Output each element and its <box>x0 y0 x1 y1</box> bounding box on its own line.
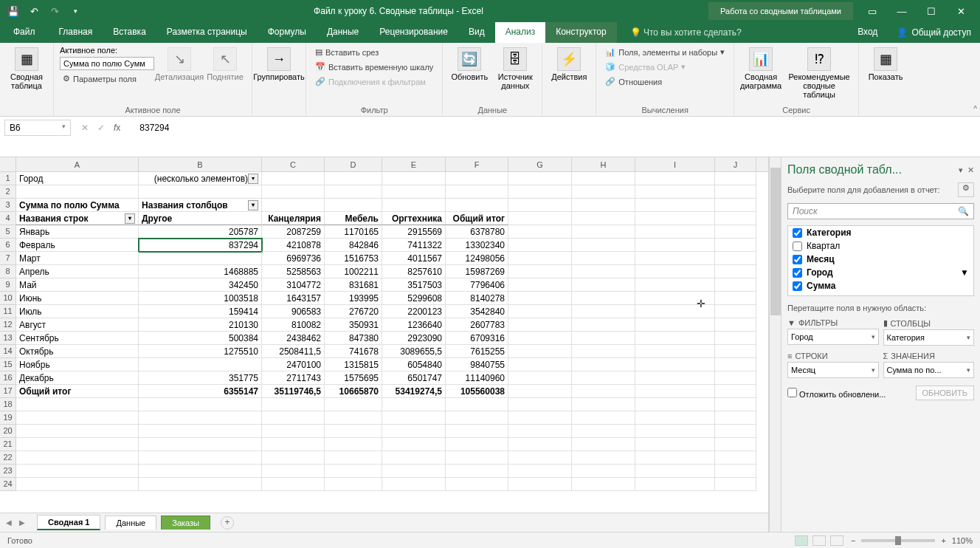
tab-home[interactable]: Главная <box>49 22 103 43</box>
tab-layout[interactable]: Разметка страницы <box>156 22 258 43</box>
cell[interactable] <box>572 371 635 385</box>
rowhead-18[interactable]: 18 <box>0 398 16 411</box>
field-sum-check[interactable] <box>793 281 802 291</box>
tab-file[interactable]: Файл <box>0 22 49 43</box>
cell[interactable] <box>446 438 508 451</box>
cell[interactable] <box>635 385 715 398</box>
cell[interactable] <box>446 411 508 425</box>
cell[interactable]: 1468885 <box>139 265 262 278</box>
cell[interactable] <box>635 252 715 265</box>
area-columns-box[interactable]: Категория▾ <box>883 329 975 346</box>
cell[interactable] <box>262 438 325 451</box>
maximize-icon[interactable]: ☐ <box>924 6 939 17</box>
drilldown-button[interactable]: ↘ Детализация <box>159 46 200 81</box>
cell[interactable]: 837294 <box>139 239 262 252</box>
cell[interactable] <box>508 451 572 465</box>
colhead-I[interactable]: I <box>635 157 715 171</box>
field-category[interactable]: Категория <box>788 226 973 239</box>
ribbon-options-icon[interactable]: ▭ <box>865 6 880 17</box>
cell[interactable] <box>635 465 715 478</box>
cell[interactable]: Канцелярия <box>262 212 325 225</box>
defer-checkbox[interactable] <box>787 388 797 397</box>
tab-analyze[interactable]: Анализ <box>495 22 546 43</box>
cell[interactable]: 9840755 <box>446 358 508 371</box>
cell[interactable] <box>382 465 446 478</box>
share-button[interactable]: 👤 Общий доступ <box>888 22 980 43</box>
cell[interactable] <box>635 212 715 225</box>
cell[interactable]: 2470100 <box>262 358 325 371</box>
sheet-next-icon[interactable]: ▶ <box>19 518 25 527</box>
field-month[interactable]: Месяц <box>788 253 973 266</box>
update-button[interactable]: ОБНОВИТЬ <box>916 386 974 400</box>
cell[interactable] <box>635 185 715 199</box>
zoom-slider[interactable] <box>861 539 935 542</box>
cell[interactable] <box>572 265 635 278</box>
namebox-dropdown-icon[interactable]: ▾ <box>62 123 66 133</box>
rowhead-14[interactable]: 14 <box>0 345 16 358</box>
tab-design[interactable]: Конструктор <box>545 22 616 43</box>
cell[interactable] <box>262 425 325 438</box>
cell[interactable] <box>139 478 262 491</box>
rowhead-6[interactable]: 6 <box>0 239 16 252</box>
cell[interactable] <box>635 199 715 212</box>
cell[interactable]: 276720 <box>325 305 382 318</box>
cell[interactable] <box>715 411 756 425</box>
cell[interactable] <box>16 425 139 438</box>
sheet-tab-2[interactable]: Данные <box>105 516 156 530</box>
cell[interactable] <box>508 292 572 305</box>
enter-icon[interactable]: ✓ <box>97 123 105 133</box>
cell[interactable] <box>635 345 715 358</box>
cell[interactable]: Общий итог <box>446 212 508 225</box>
field-search-input[interactable]: Поиск 🔍 <box>787 203 974 219</box>
cell[interactable]: 1003518 <box>139 292 262 305</box>
cell[interactable]: 2438462 <box>262 332 325 345</box>
cell[interactable] <box>572 411 635 425</box>
cell[interactable]: 500384 <box>139 332 262 345</box>
cell[interactable]: 10665870 <box>325 385 382 398</box>
tab-view[interactable]: Вид <box>458 22 495 43</box>
active-field-input[interactable] <box>60 57 154 70</box>
cell[interactable] <box>572 199 635 212</box>
cell[interactable] <box>715 292 756 305</box>
cell[interactable] <box>508 212 572 225</box>
cell[interactable]: 3089655,5 <box>382 345 446 358</box>
cell[interactable] <box>325 398 382 411</box>
cell[interactable] <box>572 345 635 358</box>
cell[interactable]: 7796406 <box>446 278 508 292</box>
cell[interactable] <box>446 199 508 212</box>
cell[interactable] <box>139 411 262 425</box>
cell[interactable] <box>262 172 325 185</box>
cell[interactable] <box>572 385 635 398</box>
cell[interactable]: 15987269 <box>446 265 508 278</box>
rowhead-23[interactable]: 23 <box>0 465 16 478</box>
cell[interactable]: 2711743 <box>262 371 325 385</box>
rowhead-17[interactable]: 17 <box>0 385 16 398</box>
cell[interactable]: Май <box>16 278 139 292</box>
cell[interactable]: 2607783 <box>446 318 508 332</box>
qat-customize-icon[interactable]: ▾ <box>69 5 81 17</box>
cell[interactable]: Апрель <box>16 265 139 278</box>
cell[interactable]: Названия строк▾ <box>16 212 139 225</box>
save-icon[interactable]: 💾 <box>7 5 19 17</box>
cell[interactable] <box>715 358 756 371</box>
formula-input[interactable]: 837294 <box>128 117 181 133</box>
cell[interactable] <box>382 425 446 438</box>
cell[interactable]: 5299608 <box>382 292 446 305</box>
collapse-ribbon-icon[interactable]: ^ <box>973 105 977 113</box>
cell[interactable] <box>508 438 572 451</box>
cell[interactable] <box>635 305 715 318</box>
cell[interactable] <box>16 398 139 411</box>
rowhead-16[interactable]: 16 <box>0 371 16 385</box>
cell[interactable] <box>635 292 715 305</box>
cell[interactable]: 159414 <box>139 305 262 318</box>
cell[interactable] <box>715 332 756 345</box>
rowhead-1[interactable]: 1 <box>0 172 16 185</box>
cell[interactable] <box>572 332 635 345</box>
cell[interactable]: 8257610 <box>382 265 446 278</box>
cell[interactable] <box>262 398 325 411</box>
cell[interactable]: Март <box>16 252 139 265</box>
cell[interactable]: 1275510 <box>139 345 262 358</box>
cell[interactable] <box>635 225 715 239</box>
cell[interactable]: 6501747 <box>382 371 446 385</box>
cell[interactable] <box>715 199 756 212</box>
